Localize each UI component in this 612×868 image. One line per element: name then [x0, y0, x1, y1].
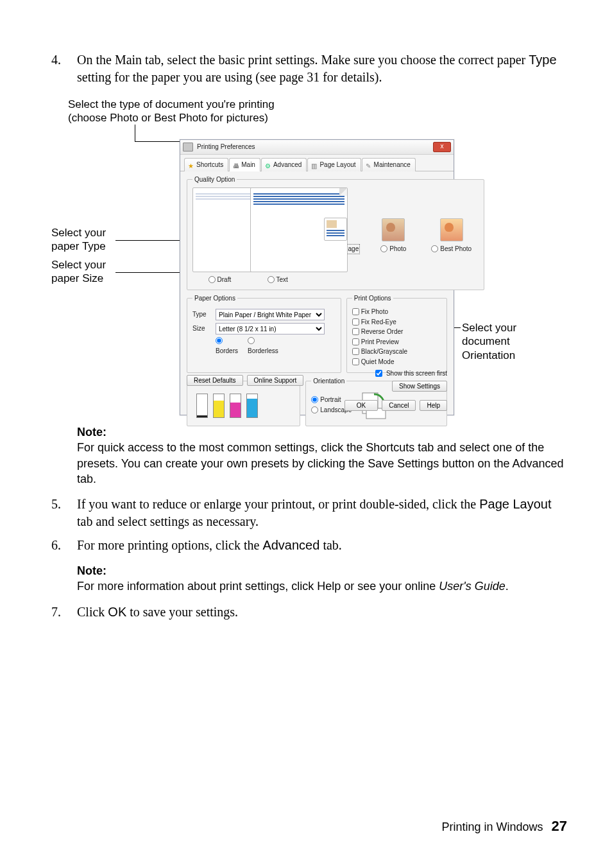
dialog-title: Printing Preferences	[197, 143, 255, 152]
radio-draft[interactable]	[208, 276, 216, 283]
radio-borderless[interactable]	[248, 337, 255, 344]
quality-best-photo-label: Best Photo	[440, 245, 472, 254]
reset-defaults-button[interactable]: Reset Defaults	[187, 375, 243, 386]
step-7-number: 7.	[51, 603, 77, 621]
callout-top: Select the type of document you're print…	[68, 98, 275, 125]
step5-a: If you want to reduce or enlarge your pr…	[77, 497, 479, 511]
check-show-first[interactable]	[375, 370, 382, 377]
note1-t1: For quick access to the most common sett…	[77, 441, 366, 454]
dialog-titlebar: Printing Preferences x	[180, 140, 454, 155]
callout-paper-type: Select your paper Type	[51, 226, 106, 254]
step-4-text-b: setting for the paper you are using (see…	[77, 70, 382, 84]
page-icon: ▥	[311, 162, 318, 168]
callout-top-line2c: for pictures)	[207, 112, 268, 124]
callout-top-line2b: or	[139, 112, 155, 124]
step-6: 6. For more printing options, click the …	[51, 537, 567, 554]
tab-advanced[interactable]: ⚙Advanced	[261, 158, 307, 171]
step-4-body: On the Main tab, select the basic print …	[77, 51, 567, 86]
check-fix-red-eye[interactable]	[352, 318, 359, 326]
gear-icon: ⚙	[265, 162, 271, 168]
radio-landscape[interactable]	[311, 406, 318, 413]
tab-shortcuts-label: Shortcuts	[196, 161, 223, 169]
radio-portrait[interactable]	[311, 396, 318, 403]
textimage-thumb-icon	[324, 218, 347, 241]
radio-best-photo[interactable]	[431, 245, 438, 252]
quality-draft[interactable]: Draft	[192, 187, 247, 284]
printer-tab-icon: 🖶	[233, 162, 239, 168]
step-4: 4. On the Main tab, select the basic pri…	[51, 51, 567, 86]
step-6-number: 6.	[51, 537, 77, 554]
step-5-body: If you want to reduce or enlarge your pr…	[77, 496, 567, 530]
callout-orient-l3: Orientation	[462, 349, 515, 361]
ok-cancel-help-row: OK Cancel Help	[344, 400, 447, 411]
tab-maintenance[interactable]: ✎Maintenance	[362, 158, 416, 171]
borders-label: Borders	[216, 347, 238, 354]
quiet-mode-option[interactable]: Quiet Mode	[352, 358, 441, 367]
tab-advanced-label: Advanced	[273, 161, 302, 169]
dialog-panel: Quality Option Draft Text Text & Imag	[180, 171, 454, 415]
note1-shortcuts: Shortcuts	[366, 441, 414, 454]
paper-type-select[interactable]: Plain Paper / Bright White Paper	[216, 309, 325, 320]
print-preview-option[interactable]: Print Preview	[352, 338, 441, 347]
note2-t1: For more information about print setting…	[77, 580, 317, 593]
close-button[interactable]: x	[433, 142, 451, 152]
step-7-body: Click OK to save your settings.	[77, 603, 567, 621]
tab-main-label: Main	[241, 161, 255, 169]
tab-maintenance-label: Maintenance	[374, 161, 411, 169]
note2-help: Help	[317, 580, 341, 593]
reverse-order-option[interactable]: Reverse Order	[352, 327, 441, 336]
portrait-label: Portrait	[320, 395, 341, 404]
preview-label: Print Preview	[361, 338, 399, 347]
step-4-number: 4.	[51, 51, 77, 86]
callout-top-photo: Photo	[110, 112, 138, 124]
quality-option-group: Quality Option Draft Text Text & Imag	[187, 175, 484, 290]
quality-best-photo[interactable]: Best Photo	[424, 218, 479, 254]
fix-red-eye-label: Fix Red-Eye	[361, 318, 396, 327]
quality-text[interactable]: Text	[250, 187, 305, 284]
quality-legend: Quality Option	[192, 175, 237, 184]
show-settings-button[interactable]: Show Settings	[392, 381, 447, 392]
tab-page-layout[interactable]: ▥Page Layout	[307, 158, 361, 171]
ok-button[interactable]: OK	[344, 400, 378, 411]
fix-photo-option[interactable]: Fix Photo	[352, 308, 441, 317]
tab-main[interactable]: 🖶Main	[229, 158, 260, 171]
paper-options-group: Paper Options Type Plain Paper / Bright …	[187, 294, 341, 374]
printing-preferences-dialog: Printing Preferences x ★Shortcuts 🖶Main …	[180, 139, 454, 415]
radio-photo[interactable]	[380, 245, 387, 252]
callout-type-l2a: paper	[51, 240, 82, 252]
printer-icon	[183, 143, 193, 152]
print-options-group: Print Options Fix Photo Fix Red-Eye Reve…	[346, 294, 447, 374]
borders-option[interactable]: Borders	[216, 337, 236, 355]
bottom-controls: Reset Defaults Online Support Show this …	[187, 369, 447, 392]
tab-shortcuts[interactable]: ★Shortcuts	[184, 158, 228, 171]
quality-draft-label: Draft	[217, 275, 232, 284]
check-quiet[interactable]	[352, 358, 359, 365]
radio-borders[interactable]	[216, 337, 223, 344]
check-bw[interactable]	[352, 348, 359, 355]
check-fix-photo[interactable]	[352, 308, 359, 315]
callout-top-best: Best Photo	[154, 112, 207, 124]
paper-size-select[interactable]: Letter (8 1/2 x 11 in)	[216, 323, 325, 334]
callout-type-l2b: Type	[82, 240, 106, 252]
quality-photo[interactable]: Photo	[366, 218, 421, 254]
note-2: Note: For more information about print s…	[77, 563, 567, 595]
step7-b: to save your settings.	[126, 605, 238, 619]
quality-text-label: Text	[276, 275, 288, 284]
cancel-button[interactable]: Cancel	[382, 400, 416, 411]
wrench-icon: ✎	[366, 162, 372, 168]
ink-cyan-icon	[246, 394, 258, 418]
step-7: 7. Click OK to save your settings.	[51, 603, 567, 621]
ink-bars	[192, 390, 294, 419]
help-button[interactable]: Help	[420, 400, 447, 411]
paper-type-label: Type	[192, 310, 213, 319]
show-this-screen-first[interactable]: Show this screen first	[375, 369, 447, 378]
check-reverse[interactable]	[352, 328, 359, 335]
check-preview[interactable]	[352, 338, 359, 345]
online-support-button[interactable]: Online Support	[247, 375, 304, 386]
borderless-option[interactable]: Borderless	[248, 337, 268, 355]
ink-yellow-icon	[213, 394, 225, 418]
black-grayscale-option[interactable]: Black/Grayscale	[352, 347, 441, 356]
fix-red-eye-option[interactable]: Fix Red-Eye	[352, 318, 441, 327]
step6-adv: Advanced	[262, 538, 319, 552]
radio-text[interactable]	[268, 276, 275, 283]
